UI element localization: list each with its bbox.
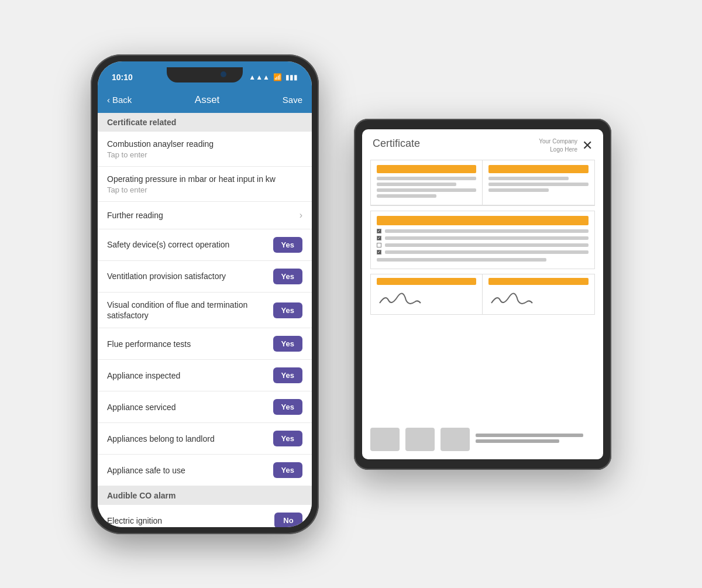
section-header-certificate: Certificate related <box>98 113 312 132</box>
cert-checkbox-row-3 <box>377 243 589 247</box>
certificate-title: Certificate <box>373 137 420 150</box>
cert-footer-line-1 <box>476 434 583 437</box>
electric-ignition-label: Electric ignition <box>107 515 274 526</box>
cert-signature-left <box>377 290 476 311</box>
cert-cell-left-top <box>371 160 483 205</box>
certificate-header: Certificate Your CompanyLogo Here ✕ <box>362 129 603 160</box>
cert-checkbox-row-2: ✓ <box>377 236 589 240</box>
list-item-appliance-serviced: Appliance serviced Yes <box>98 391 312 423</box>
section-header-co-alarm: Audible CO alarm <box>98 486 312 505</box>
list-item-landlord: Appliances belong to landlord Yes <box>98 423 312 455</box>
list-item-pressure[interactable]: Operating pressure in mbar or heat input… <box>98 167 312 202</box>
cert-sig-cell-right <box>483 274 594 314</box>
nav-bar: ‹ Back Asset Save <box>98 87 312 113</box>
list-item-safety-device: Safety device(s) correct operation Yes <box>98 229 312 261</box>
cert-line-bottom <box>377 258 546 262</box>
cert-thumbnail-3[interactable] <box>441 428 470 451</box>
front-camera <box>221 71 226 77</box>
cert-sig-cell-left <box>371 274 483 314</box>
cert-checkbox-row-4: ✓ <box>377 250 589 255</box>
cert-line <box>377 194 436 198</box>
checkbox-1: ✓ <box>377 229 381 233</box>
appliance-serviced-label: Appliance serviced <box>107 402 273 412</box>
tablet-screen: Certificate Your CompanyLogo Here ✕ <box>362 129 603 459</box>
appliance-serviced-yes-button[interactable]: Yes <box>273 399 302 415</box>
battery-icon: ▮▮▮ <box>285 73 298 81</box>
flue-visual-yes-button[interactable]: Yes <box>273 302 302 318</box>
cert-line <box>488 177 569 180</box>
tablet-device: Certificate Your CompanyLogo Here ✕ <box>354 119 611 470</box>
phone-notch <box>167 67 243 82</box>
ventilation-yes-button[interactable]: Yes <box>273 269 302 284</box>
phone-content: Certificate related Combustion anaylser … <box>98 113 312 527</box>
save-button[interactable]: Save <box>283 95 302 105</box>
cert-sig-header-right <box>488 278 589 285</box>
back-button[interactable]: ‹ Back <box>107 95 132 105</box>
certificate-body: ✓ ✓ ✓ <box>362 160 603 428</box>
cert-thumbnail-1[interactable] <box>370 428 400 451</box>
safety-device-yes-button[interactable]: Yes <box>273 237 302 253</box>
electric-ignition-no-button[interactable]: No <box>274 513 302 527</box>
tools-icon: ✕ <box>582 138 593 153</box>
list-item-combustion[interactable]: Combustion anaylser reading Tap to enter <box>98 132 312 167</box>
landlord-yes-button[interactable]: Yes <box>273 431 302 446</box>
cert-top-grid <box>370 160 595 206</box>
cert-checkbox-row-1: ✓ <box>377 229 589 233</box>
phone-screen: 10:10 ▲▲▲ 📶 ▮▮▮ ‹ Back Asset Save Certif… <box>98 61 312 527</box>
nav-title: Asset <box>195 94 220 106</box>
back-label: Back <box>112 95 132 105</box>
logo-text: Your CompanyLogo Here <box>539 137 577 154</box>
further-reading-item[interactable]: Further reading › <box>98 202 312 229</box>
further-reading-label: Further reading <box>107 211 163 220</box>
ventilation-label: Ventitlation provision satisfactory <box>107 271 273 281</box>
status-time: 10:10 <box>112 73 133 82</box>
checkbox-line-3 <box>385 243 589 247</box>
cert-line <box>377 177 476 180</box>
checkbox-2: ✓ <box>377 236 381 240</box>
cert-thumbnail-2[interactable] <box>405 428 435 451</box>
chevron-right-icon: › <box>300 210 302 221</box>
phone-device: 10:10 ▲▲▲ 📶 ▮▮▮ ‹ Back Asset Save Certif… <box>91 54 319 534</box>
cert-cell-header-1 <box>377 165 476 173</box>
list-item-flue-performance: Flue performance tests Yes <box>98 328 312 360</box>
signal-icon: ▲▲▲ <box>249 73 270 81</box>
cert-line <box>488 188 549 192</box>
cert-cell-header-2 <box>488 165 589 173</box>
cert-sig-header-left <box>377 278 476 285</box>
combustion-placeholder: Tap to enter <box>107 150 221 159</box>
checkbox-line-2 <box>385 236 589 240</box>
checkbox-4: ✓ <box>377 250 381 255</box>
safety-device-label: Safety device(s) correct operation <box>107 239 273 250</box>
cert-line <box>377 188 476 192</box>
flue-visual-label: Visual condition of flue and termination… <box>107 300 273 321</box>
cert-footer-lines <box>476 434 595 445</box>
flue-performance-label: Flue performance tests <box>107 339 273 349</box>
chevron-left-icon: ‹ <box>107 95 110 105</box>
list-item-appliance-inspected: Appliance inspected Yes <box>98 360 312 391</box>
cert-checkbox-section: ✓ ✓ ✓ <box>370 211 595 269</box>
combustion-label: Combustion anaylser reading <box>107 139 221 149</box>
cert-signature-right <box>488 290 589 311</box>
pressure-label: Operating pressure in mbar or heat input… <box>107 174 283 184</box>
landlord-label: Appliances belong to landlord <box>107 434 273 444</box>
cert-line <box>488 183 589 186</box>
list-item-ventilation: Ventitlation provision satisfactory Yes <box>98 261 312 293</box>
checkbox-line-4 <box>385 250 589 254</box>
wifi-icon: 📶 <box>273 73 282 81</box>
checkbox-line-1 <box>385 229 589 233</box>
flue-performance-yes-button[interactable]: Yes <box>273 336 302 352</box>
cert-cell-right-top <box>483 160 594 205</box>
status-icons: ▲▲▲ 📶 ▮▮▮ <box>249 73 298 81</box>
cert-footer <box>362 428 603 459</box>
cert-full-orange-row <box>377 216 589 225</box>
cert-signature-grid <box>370 274 595 315</box>
safe-to-use-yes-button[interactable]: Yes <box>273 462 302 478</box>
safe-to-use-label: Appliance safe to use <box>107 465 273 476</box>
appliance-inspected-yes-button[interactable]: Yes <box>273 367 302 383</box>
cert-line <box>377 183 456 186</box>
list-item-safe-to-use: Appliance safe to use Yes <box>98 455 312 486</box>
cert-footer-line-2 <box>476 439 559 443</box>
appliance-inspected-label: Appliance inspected <box>107 370 273 381</box>
checkbox-3 <box>377 243 381 247</box>
certificate-logo: Your CompanyLogo Here ✕ <box>539 137 593 154</box>
